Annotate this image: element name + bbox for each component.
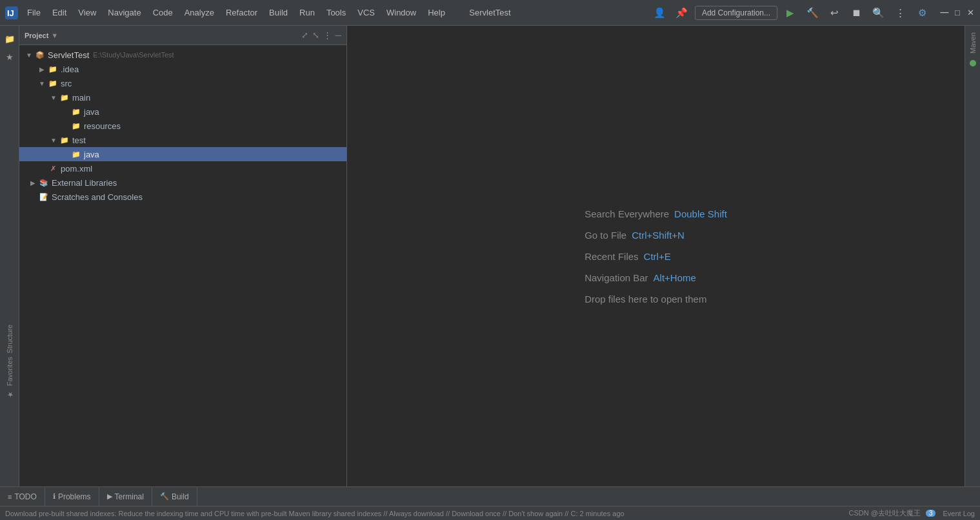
more-options-icon[interactable]: ⋮ [891, 4, 909, 22]
editor-area[interactable]: Search Everywhere Double Shift Go to Fil… [347, 26, 965, 486]
minimize-button[interactable]: ─ [940, 8, 949, 17]
favorites-icon[interactable]: ★ [2, 49, 17, 65]
test-java-icon: 📁 [71, 149, 81, 159]
build-button[interactable]: 🔨 [803, 4, 821, 22]
menu-window[interactable]: Window [381, 5, 421, 20]
bottom-tabs: ≡ TODO ℹ Problems ▶ Terminal 🔨 Build [0, 486, 980, 506]
search-everywhere-icon[interactable]: 🔍 [869, 4, 887, 22]
hint-recent-key[interactable]: Ctrl+E [644, 251, 671, 262]
menu-build[interactable]: Build [264, 5, 293, 20]
main-java-icon: 📁 [71, 106, 81, 117]
panel-close-icon[interactable]: ─ [335, 30, 341, 40]
menu-vcs[interactable]: VCS [352, 5, 380, 20]
src-folder-icon: 📁 [48, 78, 58, 88]
maven-label: Maven [969, 32, 977, 54]
main-label: main [72, 93, 90, 103]
pom-file[interactable]: ▶ ✗ pom.xml [19, 161, 346, 175]
panel-settings-icon[interactable]: ⋮ [323, 30, 332, 40]
favorites-tab[interactable]: ★ Favorites [3, 353, 16, 403]
pom-label: pom.xml [61, 164, 92, 174]
main-arrow: ▼ [49, 93, 58, 102]
scratches-consoles[interactable]: ▶ 📝 Scratches and Consoles [19, 190, 346, 204]
svg-text:IJ: IJ [7, 8, 14, 18]
scratches-label: Scratches and Consoles [52, 192, 143, 202]
menu-run[interactable]: Run [294, 5, 320, 20]
main-folder[interactable]: ▼ 📁 main [19, 90, 346, 105]
menu-code[interactable]: Code [148, 5, 178, 20]
pom-icon: ✗ [48, 163, 58, 174]
event-log-button[interactable]: Event Log [943, 510, 975, 517]
pin-icon[interactable]: 📌 [673, 4, 691, 22]
csdn-label: CSDN @去吐吐大魔王 [848, 508, 920, 518]
stop-button[interactable]: ⏹ [847, 4, 865, 22]
maven-tab[interactable]: Maven [966, 28, 979, 57]
app-logo: IJ [5, 6, 18, 19]
hint-goto-key[interactable]: Ctrl+Shift+N [632, 230, 685, 241]
tab-problems[interactable]: ℹ Problems [45, 487, 99, 506]
project-panel: Project ▼ ⤢ ⤡ ⋮ ─ ▼ 📦 ServletTest E:\Stu… [19, 26, 347, 486]
menu-help[interactable]: Help [423, 5, 450, 20]
hint-nav-label: Navigation Bar [585, 272, 648, 283]
test-label: test [72, 135, 86, 145]
rerun-button[interactable]: ↩ [825, 4, 843, 22]
main-folder-icon: 📁 [59, 92, 70, 103]
editor-hints: Search Everywhere Double Shift Go to Fil… [585, 208, 727, 305]
close-button[interactable]: ✕ [966, 8, 975, 17]
menu-analyze[interactable]: Analyze [179, 5, 219, 20]
hint-nav-key[interactable]: Alt+Home [654, 272, 696, 283]
test-folder-icon: 📁 [59, 135, 70, 145]
tree-root[interactable]: ▼ 📦 ServletTest E:\Study\Java\ServletTes… [19, 48, 346, 62]
left-sidebar-strip: 📁 ★ Structure ★ Favorites [0, 26, 19, 486]
idea-label: .idea [61, 65, 79, 74]
tab-build[interactable]: 🔨 Build [152, 487, 197, 506]
maven-status-dot [970, 60, 976, 66]
tab-problems-label: Problems [58, 492, 91, 501]
test-java-folder[interactable]: ▶ 📁 java [19, 147, 346, 161]
project-dropdown-icon[interactable]: ▼ [51, 32, 58, 39]
status-bar-right: CSDN @去吐吐大魔王 3 Event Log [848, 508, 975, 518]
root-folder-icon: 📦 [35, 50, 45, 60]
hint-search-key[interactable]: Double Shift [674, 208, 727, 219]
project-icon[interactable]: 📁 [2, 31, 17, 46]
idea-folder-icon: 📁 [48, 64, 58, 74]
menu-navigate[interactable]: Navigate [103, 5, 146, 20]
menu-refactor[interactable]: Refactor [221, 5, 263, 20]
settings-icon[interactable]: ⚙ [913, 4, 931, 22]
scratches-icon: 📝 [39, 192, 49, 202]
main-java-label: java [84, 107, 99, 117]
resources-folder[interactable]: ▶ 📁 resources [19, 119, 346, 133]
main-area: 📁 ★ Structure ★ Favorites Project ▼ ⤢ ⤡ … [0, 26, 980, 486]
menu-edit[interactable]: Edit [47, 5, 72, 20]
right-strip: Maven [965, 26, 980, 486]
todo-icon: ≡ [8, 493, 12, 501]
hint-drop-files: Drop files here to open them [585, 294, 727, 305]
user-icon[interactable]: 👤 [651, 4, 669, 22]
src-folder[interactable]: ▼ 📁 src [19, 76, 346, 90]
idea-folder[interactable]: ▶ 📁 .idea [19, 62, 346, 76]
tab-terminal[interactable]: ▶ Terminal [99, 487, 152, 506]
idea-arrow: ▶ [37, 65, 46, 74]
add-configuration-button[interactable]: Add Configuration... [695, 6, 777, 20]
menu-file[interactable]: File [22, 5, 46, 20]
menu-tools[interactable]: Tools [321, 5, 351, 20]
hint-recent-files: Recent Files Ctrl+E [585, 251, 727, 262]
hint-goto-label: Go to File [585, 230, 626, 241]
root-name: ServletTest [48, 50, 89, 60]
structure-tab[interactable]: Structure [3, 321, 16, 357]
expand-icon[interactable]: ⤢ [301, 30, 308, 40]
problems-icon: ℹ [53, 492, 55, 501]
tab-build-label: Build [172, 492, 189, 501]
menu-view[interactable]: View [73, 5, 101, 20]
resources-label: resources [84, 121, 121, 131]
maximize-button[interactable]: □ [953, 8, 962, 17]
run-button[interactable]: ▶ [781, 4, 799, 22]
project-panel-header: Project ▼ ⤢ ⤡ ⋮ ─ [19, 26, 346, 45]
hint-recent-label: Recent Files [585, 251, 638, 262]
test-arrow: ▼ [49, 135, 58, 145]
external-libraries[interactable]: ▶ 📚 External Libraries [19, 175, 346, 190]
collapse-icon[interactable]: ⤡ [312, 30, 319, 40]
resources-icon: 📁 [71, 121, 81, 131]
main-java-folder[interactable]: ▶ 📁 java [19, 105, 346, 119]
test-folder[interactable]: ▼ 📁 test [19, 133, 346, 147]
tab-todo[interactable]: ≡ TODO [0, 487, 45, 506]
